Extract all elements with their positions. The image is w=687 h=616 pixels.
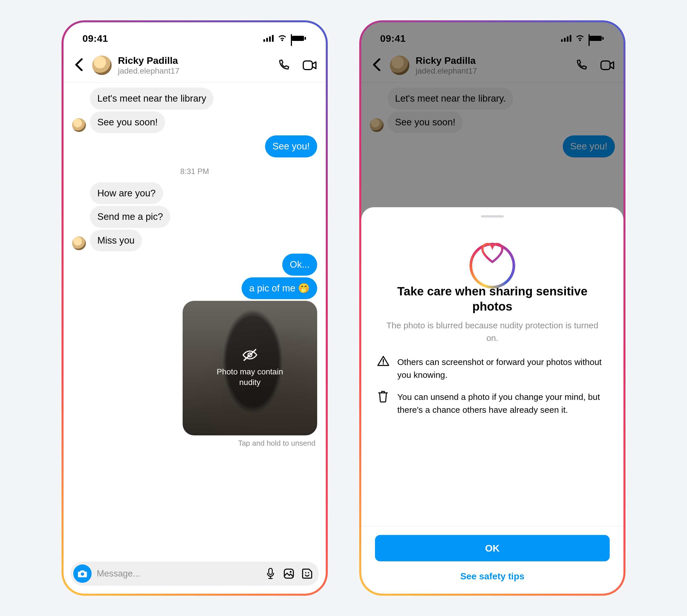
safety-tips-link[interactable]: See safety tips	[375, 571, 610, 582]
tip-row: Others can screenshot or forward your ph…	[377, 355, 607, 381]
safety-sheet: Take care when sharing sensitive photos …	[361, 207, 623, 594]
message-bubble[interactable]: Let's meet near the library	[90, 88, 214, 110]
wifi-icon	[278, 35, 287, 42]
message-row: Let's meet near the library. See you soo…	[370, 88, 615, 133]
contact-username: jaded.elephant17	[118, 66, 270, 75]
contact-name-block[interactable]: Ricky Padilla jaded.elephant17	[118, 55, 270, 75]
chat-header: Ricky Padilla jaded.elephant17	[64, 51, 326, 83]
message-bubble[interactable]: Let's meet near the library.	[387, 88, 513, 110]
svg-point-3	[81, 572, 84, 576]
unsend-hint: Tap and hold to unsend	[238, 439, 317, 448]
chat-header: Ricky Padilla jaded.elephant17	[361, 51, 623, 83]
svg-point-6	[290, 571, 291, 573]
camera-button[interactable]	[73, 565, 92, 583]
warning-icon	[377, 355, 390, 381]
tip-row: You can unsend a photo if you change you…	[377, 391, 607, 416]
message-row: Ok... a pic of me 🤭 Photo may contain nu…	[72, 254, 317, 448]
message-bubble[interactable]: Ok...	[282, 254, 317, 276]
divider	[361, 526, 623, 526]
safety-tips-label: See safety tips	[460, 571, 525, 581]
status-time: 09:41	[83, 33, 108, 44]
contact-name-block[interactable]: Ricky Padilla jaded.elephant17	[416, 55, 567, 75]
gallery-icon[interactable]	[282, 567, 295, 580]
wifi-icon	[575, 35, 584, 42]
back-button[interactable]	[370, 59, 383, 72]
battery-icon	[589, 35, 604, 42]
blurred-photo[interactable]: Photo may contain nudity	[183, 301, 317, 435]
message-bubble[interactable]: Miss you	[90, 229, 142, 251]
svg-rect-5	[284, 569, 293, 578]
sender-avatar[interactable]	[72, 118, 86, 132]
trash-icon	[377, 391, 390, 416]
message-bubble[interactable]: See you!	[265, 135, 317, 157]
message-bubble[interactable]: How are you?	[90, 182, 163, 204]
heart-ring-icon	[469, 230, 515, 276]
contact-name: Ricky Padilla	[416, 55, 567, 66]
contact-avatar[interactable]	[92, 56, 112, 75]
video-call-button[interactable]	[302, 58, 317, 73]
cell-signal-icon	[263, 35, 274, 42]
message-bubble[interactable]: See you soon!	[90, 111, 165, 133]
message-bubble[interactable]: a pic of me 🤭	[242, 278, 317, 300]
status-time: 09:41	[380, 33, 406, 44]
sticker-icon[interactable]	[301, 567, 314, 580]
mic-icon[interactable]	[264, 567, 277, 580]
audio-call-button[interactable]	[276, 58, 291, 73]
message-row: See you!	[72, 135, 317, 157]
battery-icon	[291, 35, 307, 42]
message-list[interactable]: Let's meet near the library See you soon…	[64, 83, 326, 556]
tip-text: Others can screenshot or forward your ph…	[397, 355, 607, 381]
ok-button[interactable]: OK	[375, 535, 610, 561]
message-row: See you!	[370, 135, 615, 157]
timestamp: 8:31 PM	[72, 167, 317, 176]
sender-avatar[interactable]	[370, 118, 383, 132]
back-button[interactable]	[72, 59, 86, 72]
status-bar: 09:41	[64, 22, 326, 51]
cell-signal-icon	[561, 35, 571, 42]
phone-left: 09:41 Ricky Padilla jaded.elephant17	[62, 20, 328, 596]
svg-point-11	[383, 363, 384, 365]
eye-off-icon	[242, 349, 258, 362]
status-bar: 09:41	[361, 22, 623, 51]
contact-username: jaded.elephant17	[416, 66, 567, 75]
svg-rect-9	[601, 61, 610, 70]
svg-rect-0	[304, 61, 313, 70]
composer-placeholder: Message...	[97, 569, 259, 579]
svg-point-7	[305, 572, 306, 573]
message-bubble[interactable]: Send me a pic?	[90, 206, 170, 228]
message-row: How are you? Send me a pic? Miss you	[72, 182, 317, 251]
svg-rect-4	[269, 569, 272, 575]
phone-right: 09:41 Ricky Padilla jaded.elephant17	[359, 20, 625, 596]
message-bubble[interactable]: See you!	[563, 135, 615, 157]
message-row: Let's meet near the library See you soon…	[72, 88, 317, 133]
sheet-grabber[interactable]	[481, 215, 504, 218]
sender-avatar[interactable]	[72, 237, 86, 250]
tip-text: You can unsend a photo if you change you…	[397, 391, 607, 416]
audio-call-button[interactable]	[574, 58, 589, 73]
sheet-subtitle: The photo is blurred because nudity prot…	[381, 319, 604, 344]
message-composer[interactable]: Message...	[70, 562, 319, 586]
svg-point-8	[308, 572, 309, 573]
message-bubble[interactable]: See you soon!	[387, 111, 463, 133]
ok-button-label: OK	[485, 543, 500, 554]
video-call-button[interactable]	[600, 58, 615, 73]
contact-avatar[interactable]	[390, 56, 409, 75]
contact-name: Ricky Padilla	[118, 55, 270, 66]
nudity-warning-label: Photo may contain nudity	[207, 367, 293, 388]
